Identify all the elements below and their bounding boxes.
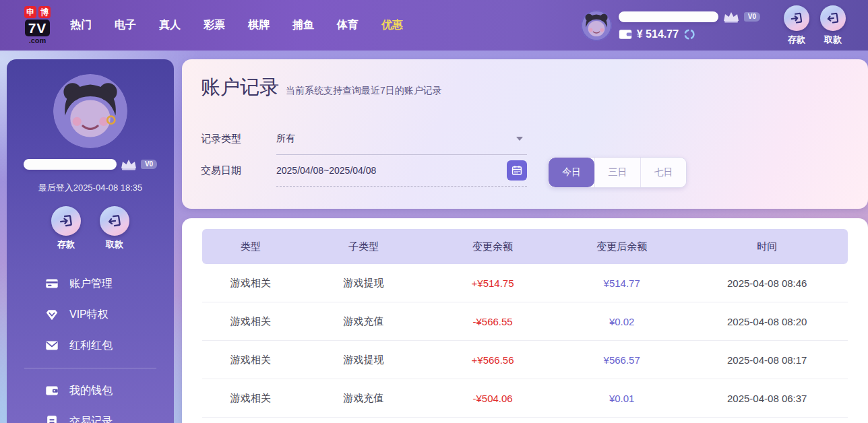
cell-subtype: 游戏充值 xyxy=(299,392,429,405)
cell-change: -¥504.06 xyxy=(428,393,557,404)
deposit-label: 存款 xyxy=(57,238,75,251)
censored-username xyxy=(24,159,117,170)
records-table-panel: 类型 子类型 变更余额 变更后余额 时间 游戏相关 游戏提现 +¥514.75 … xyxy=(182,218,868,423)
date-range-row: 交易日期 2025/04/08~2025/04/08 xyxy=(201,155,527,187)
chevron-down-icon xyxy=(516,137,523,141)
withdraw-icon xyxy=(820,5,846,31)
deposit-button[interactable]: 存款 xyxy=(49,206,84,251)
table-row: 游戏相关 游戏充值 -¥504.06 ¥0.01 2025-04-08 06:3… xyxy=(202,379,848,418)
col-after: 变更后余额 xyxy=(557,240,687,253)
col-time: 时间 xyxy=(686,240,848,253)
table-row: 游戏相关 游戏提现 +¥514.75 ¥514.77 2025-04-08 08… xyxy=(202,264,848,302)
cell-after: ¥514.77 xyxy=(557,278,687,289)
withdraw-button[interactable]: 取款 xyxy=(815,5,850,46)
title-row: 账户记录 当前系统支持查询最近7日的账户记录 xyxy=(201,74,442,101)
sidebar-item-account[interactable]: 账户管理 xyxy=(7,268,174,299)
crown-icon xyxy=(120,158,137,171)
date-range-presets: 今日 三日 七日 xyxy=(548,157,687,188)
deposit-icon xyxy=(784,5,809,31)
filter-rows: 记录类型 所有 交易日期 2025/04/08~2025/04/08 xyxy=(201,123,527,187)
balance-row: ¥ 514.77 xyxy=(619,28,760,40)
deposit-button[interactable]: 存款 xyxy=(779,5,814,46)
withdraw-icon xyxy=(100,206,129,236)
last-login-text: 最后登入2025-04-08 18:35 xyxy=(38,182,143,194)
menu-label: 我的钱包 xyxy=(69,384,113,398)
menu-label: 账户管理 xyxy=(69,277,113,291)
logo-badge-shen: 申 xyxy=(24,6,36,18)
menu-label: VIP特权 xyxy=(69,308,108,322)
sidebar-item-bonus[interactable]: 红利红包 xyxy=(7,330,174,361)
user-name-row: V0 xyxy=(619,10,760,24)
vip-level-badge: V0 xyxy=(141,160,157,169)
nav-item-chess[interactable]: 棋牌 xyxy=(237,11,281,39)
nav-item-promo[interactable]: 优惠 xyxy=(370,11,414,39)
cell-time: 2025-04-08 06:37 xyxy=(686,393,848,404)
vip-level-badge: V0 xyxy=(744,12,760,22)
sidebar-avatar xyxy=(53,74,127,148)
range-3day-button[interactable]: 三日 xyxy=(594,158,640,187)
main-nav: 热门 电子 真人 彩票 棋牌 捕鱼 体育 优惠 xyxy=(59,11,414,39)
menu-label: 红利红包 xyxy=(69,339,113,353)
deposit-label: 存款 xyxy=(788,34,805,46)
date-range-label: 交易日期 xyxy=(201,164,276,177)
nav-item-lottery[interactable]: 彩票 xyxy=(192,11,237,39)
navbar-right: V0 ¥ 514.77 xyxy=(581,5,868,46)
cell-after: ¥0.02 xyxy=(557,316,687,327)
record-type-select[interactable]: 所有 xyxy=(276,123,527,155)
range-today-button[interactable]: 今日 xyxy=(549,158,594,187)
col-subtype: 子类型 xyxy=(299,240,429,253)
logo-badges: 申 博 xyxy=(24,6,51,18)
document-icon xyxy=(44,414,59,423)
nav-item-fishing[interactable]: 捕鱼 xyxy=(281,11,326,39)
logo-name: 7V xyxy=(25,20,51,36)
range-7day-button[interactable]: 七日 xyxy=(640,158,686,187)
sidebar-actions: 存款 取款 xyxy=(49,206,132,251)
cell-after: ¥566.57 xyxy=(557,354,687,366)
record-type-row: 记录类型 所有 xyxy=(201,123,527,155)
user-avatar[interactable] xyxy=(581,10,612,41)
page-subtitle: 当前系统支持查询最近7日的账户记录 xyxy=(286,85,442,97)
sidebar: V0 最后登入2025-04-08 18:35 存款 取款 xyxy=(7,59,174,423)
col-type: 类型 xyxy=(202,240,299,253)
record-type-label: 记录类型 xyxy=(201,133,276,145)
sidebar-item-vip[interactable]: VIP特权 xyxy=(7,299,174,330)
cell-time: 2025-04-08 08:17 xyxy=(686,354,848,366)
user-cluster: V0 ¥ 514.77 xyxy=(581,10,760,41)
refresh-balance-icon[interactable] xyxy=(683,28,695,40)
withdraw-button[interactable]: 取款 xyxy=(97,206,132,251)
cell-type: 游戏相关 xyxy=(202,277,299,290)
gem-icon xyxy=(44,307,59,322)
col-change: 变更余额 xyxy=(428,240,557,253)
deposit-icon xyxy=(51,206,81,236)
balance-amount: ¥ 514.77 xyxy=(637,28,679,40)
cell-subtype: 游戏提现 xyxy=(299,354,429,366)
cell-type: 游戏相关 xyxy=(202,315,299,328)
page-title: 账户记录 xyxy=(201,74,279,101)
calendar-icon[interactable] xyxy=(507,160,527,181)
cell-change: +¥566.56 xyxy=(428,354,557,366)
table-row: 游戏相关 游戏提现 +¥566.56 ¥566.57 2025-04-08 08… xyxy=(202,341,848,379)
cell-change: -¥566.55 xyxy=(428,316,557,327)
withdraw-label: 取款 xyxy=(106,238,123,251)
cell-type: 游戏相关 xyxy=(202,392,299,405)
sidebar-menu: 账户管理 VIP特权 红利红包 我的钱包 xyxy=(7,268,174,423)
withdraw-label: 取款 xyxy=(824,34,842,46)
crown-icon xyxy=(722,10,740,24)
sidebar-item-records[interactable]: 交易记录 xyxy=(7,406,174,423)
cell-after: ¥0.01 xyxy=(557,393,687,404)
censored-username xyxy=(619,11,718,22)
nav-item-hot[interactable]: 热门 xyxy=(59,11,103,39)
cell-time: 2025-04-08 08:46 xyxy=(686,278,848,289)
user-info: V0 ¥ 514.77 xyxy=(619,10,760,40)
envelope-icon xyxy=(44,338,59,353)
top-navbar: 申 博 7V .com 热门 电子 真人 彩票 棋牌 捕鱼 体育 优惠 xyxy=(0,0,868,51)
record-type-value: 所有 xyxy=(276,133,295,145)
cell-time: 2025-04-08 08:20 xyxy=(686,316,848,327)
sidebar-item-wallet[interactable]: 我的钱包 xyxy=(7,375,174,406)
date-range-input[interactable]: 2025/04/08~2025/04/08 xyxy=(276,155,527,187)
logo-suffix: .com xyxy=(29,37,46,44)
nav-item-slots[interactable]: 电子 xyxy=(103,11,148,39)
nav-item-sports[interactable]: 体育 xyxy=(326,11,370,39)
site-logo[interactable]: 申 博 7V .com xyxy=(24,6,51,44)
nav-item-live[interactable]: 真人 xyxy=(148,11,192,39)
